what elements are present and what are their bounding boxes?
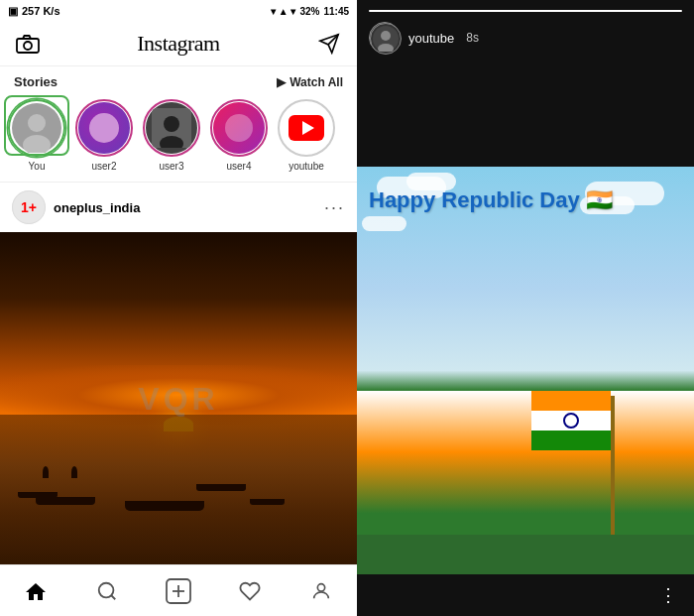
more-options-button[interactable]: ⋮ — [659, 584, 680, 606]
story-avatar-4 — [210, 99, 268, 157]
boat-2 — [18, 492, 58, 498]
you-story-avatar — [8, 99, 65, 157]
svg-line-13 — [111, 595, 115, 599]
story-user-row: youtube 8s — [369, 22, 682, 54]
story-progress-bars — [369, 10, 682, 12]
add-post-button[interactable] — [161, 573, 196, 609]
status-icon: ▣ — [8, 5, 18, 18]
down-arrow-icon: ↓ — [33, 95, 41, 99]
story-name-2: user2 — [91, 161, 116, 172]
status-speed: 257 K/s — [22, 5, 60, 17]
story-item-2[interactable]: user2 — [75, 99, 133, 172]
app-title: Instagram — [137, 31, 219, 57]
profile-nav-button[interactable] — [303, 573, 339, 609]
story-avatar-3 — [143, 99, 200, 157]
svg-point-5 — [28, 114, 46, 132]
play-icon: ▶ — [277, 75, 286, 89]
bottom-nav — [0, 564, 357, 616]
flag-stripe-green — [531, 431, 611, 450]
story-avatar-2 — [75, 99, 133, 157]
republic-day-text-container: Happy Republic Day 🇮🇳 — [369, 186, 684, 215]
boat-3 — [125, 501, 204, 511]
home-nav-button[interactable] — [18, 573, 54, 609]
flag-stripe-orange — [531, 391, 611, 411]
story-viewer-time: 8s — [466, 31, 479, 45]
story-name-youtube: youtube — [289, 161, 324, 172]
battery-level: 32% — [299, 6, 319, 17]
flag-pole — [611, 396, 615, 535]
svg-point-1 — [24, 42, 32, 50]
send-icon[interactable] — [315, 30, 343, 58]
post-user-avatar: 1+ — [12, 190, 46, 224]
you-story-name: You — [29, 161, 46, 172]
stories-row: ↓ You user2 — [0, 95, 357, 182]
flag-stripe-white — [531, 411, 611, 431]
boat-5 — [250, 499, 285, 505]
stories-header: Stories ▶ Watch All — [0, 66, 357, 95]
svg-point-12 — [99, 582, 114, 597]
watch-all-button[interactable]: ▶ Watch All — [277, 75, 343, 89]
story-viewer-top: youtube 8s — [357, 0, 694, 167]
svg-rect-0 — [17, 39, 39, 53]
story-name-4: user4 — [226, 161, 251, 172]
search-nav-button[interactable] — [89, 573, 125, 609]
camera-icon[interactable] — [14, 30, 42, 58]
svg-point-17 — [317, 583, 324, 590]
republic-day-text: Happy Republic Day 🇮🇳 — [369, 187, 613, 212]
story-viewer-avatar — [369, 22, 401, 54]
status-left: ▣ 257 K/s — [8, 5, 60, 18]
post-username: oneplus_india — [54, 200, 140, 215]
signal-icon: ▾ ▲ ▾ — [271, 6, 295, 17]
status-time: 11:45 — [323, 6, 349, 17]
status-right: ▾ ▲ ▾ 32% 11:45 — [271, 6, 349, 17]
right-bottom-toolbar: ⋮ — [357, 574, 694, 616]
watermark: VQR — [138, 380, 218, 417]
status-bar: ▣ 257 K/s ▾ ▲ ▾ 32% 11:45 — [0, 0, 357, 22]
story-item-3[interactable]: user3 — [143, 99, 200, 172]
water-reflection — [0, 415, 357, 564]
cloud-5 — [362, 216, 406, 231]
svg-point-8 — [164, 116, 179, 132]
svg-point-19 — [381, 31, 391, 41]
ashoka-wheel — [563, 413, 579, 429]
left-panel: ▣ 257 K/s ▾ ▲ ▾ 32% 11:45 Instagram Stor — [0, 0, 357, 616]
post-header: 1+ oneplus_india ··· — [0, 182, 357, 232]
right-panel: youtube 8s Happy Republic Day 🇮🇳 ⋮ — [357, 0, 694, 616]
republic-day-image: Happy Republic Day 🇮🇳 — [357, 167, 694, 574]
story-item-4[interactable]: user4 — [210, 99, 268, 172]
boat-4 — [196, 484, 246, 491]
progress-bar-1 — [369, 10, 682, 12]
top-nav: Instagram — [0, 22, 357, 66]
stories-label: Stories — [14, 74, 58, 89]
post-image: VQR — [0, 232, 357, 564]
ground — [357, 535, 694, 574]
story-avatar-youtube — [278, 99, 335, 157]
activity-nav-button[interactable] — [232, 573, 268, 609]
person-silhouette-2 — [71, 466, 77, 478]
story-item-youtube[interactable]: youtube — [278, 99, 335, 172]
person-silhouette-1 — [43, 466, 49, 478]
post-options-button[interactable]: ··· — [324, 197, 345, 218]
post-user-info[interactable]: 1+ oneplus_india — [12, 190, 140, 224]
story-item-you[interactable]: ↓ You — [8, 99, 65, 172]
story-name-3: user3 — [159, 161, 183, 172]
story-viewer-username: youtube — [408, 31, 454, 46]
